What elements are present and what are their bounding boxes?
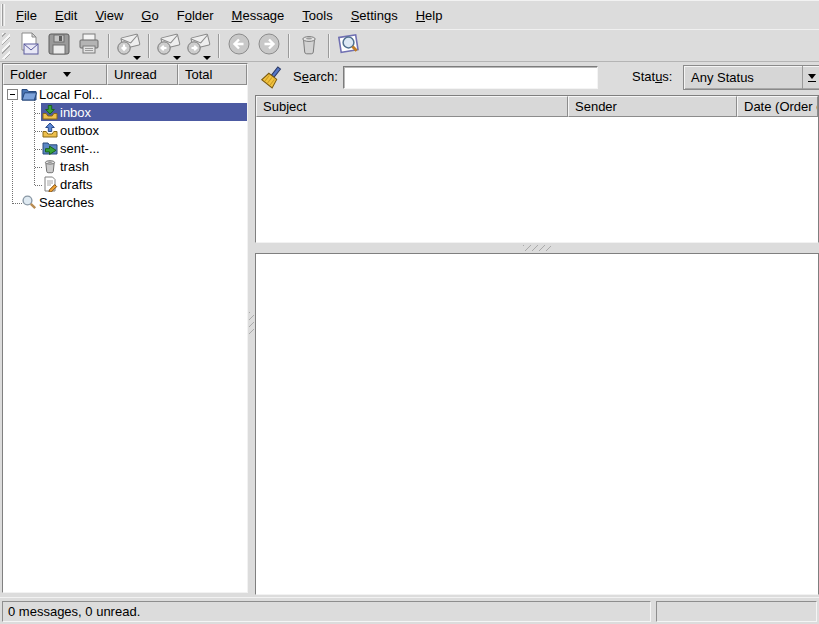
selected-folder-highlight: inbox [41,103,247,121]
folder-label: drafts [60,177,93,192]
folder-label: inbox [60,105,91,120]
save-button[interactable] [45,32,73,60]
subject-column-header[interactable]: Subject [256,96,568,117]
next-message-button[interactable] [255,32,283,60]
menu-help[interactable]: Help [407,2,452,29]
previous-message-button[interactable] [225,32,253,60]
folder-row-local-folders[interactable]: Local Fol... [3,85,247,103]
trash-icon [296,31,322,60]
menu-file[interactable]: File [7,2,46,29]
menu-message[interactable]: Message [223,2,294,29]
message-list-body[interactable] [256,117,818,241]
total-column-header[interactable]: Total [178,64,247,85]
right-panel: Search: Status: Any Status Subject Sende… [255,62,819,595]
splitter-grip [523,245,551,251]
folder-row-trash[interactable]: trash [3,157,247,175]
horizontal-splitter[interactable] [255,243,819,253]
folder-label: sent-... [60,141,100,156]
folder-tree: Local Fol... inbox o [3,85,247,592]
folder-row-drafts[interactable]: drafts [3,175,247,193]
reply-dropdown-arrow[interactable] [173,56,181,60]
new-message-icon [16,31,42,60]
clear-search-broom-icon [260,65,284,92]
folder-row-searches[interactable]: Searches [3,193,247,211]
forward-dropdown-arrow[interactable] [203,56,211,60]
folder-label: outbox [60,123,99,138]
print-button[interactable] [75,32,103,60]
status-label: Status: [632,62,672,92]
date-column-header[interactable]: Date (Order of Arrival) [737,96,818,117]
toolbar-separator [108,34,110,58]
folder-row-inbox[interactable]: inbox [3,103,247,121]
menu-go[interactable]: Go [132,2,167,29]
trash-button[interactable] [295,32,323,60]
folder-row-outbox[interactable]: outbox [3,121,247,139]
status-bar-right-panel [656,601,817,622]
combobox-arrow-button[interactable] [802,66,819,89]
unread-column-header[interactable]: Unread [107,64,178,85]
menu-view[interactable]: View [86,2,132,29]
check-mail-button[interactable] [115,32,143,60]
check-mail-dropdown-arrow[interactable] [133,56,141,60]
toolbar-separator [148,34,150,58]
message-count-status: 0 messages, 0 unread. [2,601,651,622]
search-label: Search: [293,62,338,92]
next-arrow-icon [256,31,282,60]
status-combobox-value: Any Status [684,70,802,85]
menu-settings[interactable]: Settings [342,2,407,29]
folder-label: trash [60,159,89,174]
menubar: File Edit View Go Folder Message Tools S… [0,0,819,29]
print-icon [76,31,102,60]
status-combobox[interactable]: Any Status [683,65,819,90]
folder-panel: Folder Unread Total [2,63,248,593]
trash-icon [42,158,58,174]
clear-search-button[interactable] [259,65,285,91]
folder-row-sent[interactable]: sent-... [3,139,247,157]
reply-button[interactable] [155,32,183,60]
toolbar [0,29,819,62]
find-messages-button[interactable] [335,32,363,60]
inbox-icon [42,104,58,120]
search-input[interactable] [343,66,598,89]
splitter-grip [249,312,254,336]
toolbar-grip[interactable] [2,33,10,59]
search-bar: Search: Status: Any Status [255,62,819,94]
main-area: Folder Unread Total [0,62,819,595]
folder-list-header: Folder Unread Total [3,64,247,85]
open-folder-icon [21,86,37,102]
sent-folder-icon [42,140,58,156]
menu-edit[interactable]: Edit [46,2,86,29]
menubar-grip[interactable] [1,4,5,26]
status-bar: 0 messages, 0 unread. [0,597,819,624]
toolbar-separator [288,34,290,58]
find-messages-icon [336,31,362,60]
sort-descending-icon [63,72,71,77]
new-message-button[interactable] [15,32,43,60]
toolbar-separator [218,34,220,58]
menu-folder[interactable]: Folder [168,2,223,29]
folder-label: Local Fol... [39,87,103,102]
menu-tools[interactable]: Tools [293,2,341,29]
message-list: Subject Sender Date (Order of Arrival) [255,95,819,243]
sender-column-header[interactable]: Sender [568,96,737,117]
folder-label: Searches [39,195,94,210]
toolbar-separator [328,34,330,58]
outbox-icon [42,122,58,138]
folder-column-header[interactable]: Folder [3,64,107,85]
chevron-down-icon [808,74,816,79]
drafts-icon [42,176,58,192]
message-list-header: Subject Sender Date (Order of Arrival) [256,96,818,117]
save-icon [46,31,72,60]
vertical-splitter[interactable] [248,62,255,595]
message-preview-pane [255,253,819,595]
previous-arrow-icon [226,31,252,60]
search-icon [21,194,37,210]
forward-button[interactable] [185,32,213,60]
